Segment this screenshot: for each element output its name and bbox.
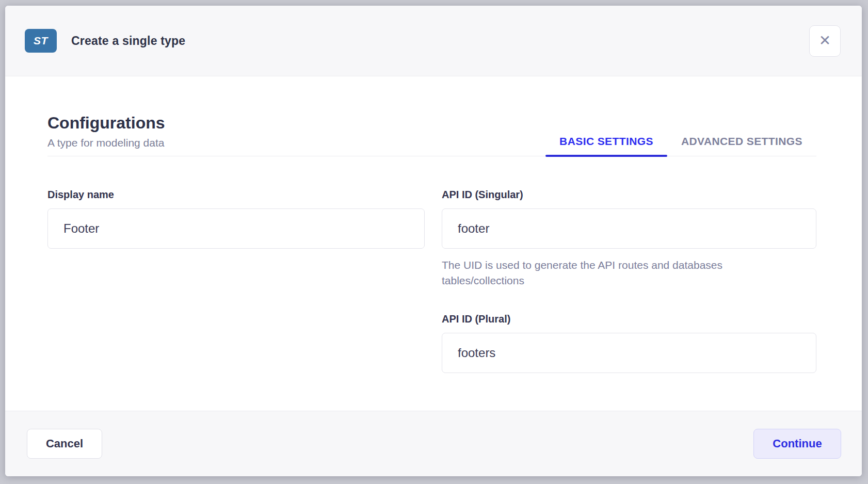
api-id-singular-group: API ID (Singular) The UID is used to gen… — [442, 189, 816, 288]
display-name-input[interactable] — [47, 208, 425, 249]
tab-advanced-settings[interactable]: ADVANCED SETTINGS — [667, 135, 816, 156]
section-heading: Configurations A type for modeling data — [47, 114, 165, 156]
api-id-plural-label: API ID (Plural) — [442, 313, 816, 325]
api-id-helper-text: The UID is used to generate the API rout… — [442, 257, 782, 288]
close-icon: ✕ — [819, 34, 831, 48]
section-subtitle: A type for modeling data — [47, 137, 165, 149]
api-id-singular-input[interactable] — [442, 208, 816, 249]
modal-header: ST Create a single type ✕ — [5, 6, 862, 76]
api-id-singular-label: API ID (Singular) — [442, 189, 816, 201]
single-type-badge-icon: ST — [25, 29, 57, 53]
display-name-group: Display name — [47, 189, 425, 249]
continue-button[interactable]: Continue — [753, 429, 841, 459]
api-id-plural-group: API ID (Plural) — [442, 313, 816, 373]
form-left-column: Display name — [47, 189, 425, 373]
tab-basic-settings[interactable]: BASIC SETTINGS — [545, 135, 667, 156]
modal-title: Create a single type — [71, 34, 185, 48]
configuration-form: Display name API ID (Singular) The UID i… — [47, 189, 816, 373]
close-button[interactable]: ✕ — [809, 25, 841, 57]
create-single-type-modal: ST Create a single type ✕ Configurations… — [5, 6, 862, 476]
section-title: Configurations — [47, 114, 165, 132]
display-name-label: Display name — [47, 189, 425, 201]
heading-row: Configurations A type for modeling data … — [47, 114, 816, 156]
settings-tabs: BASIC SETTINGS ADVANCED SETTINGS — [545, 135, 816, 156]
single-type-badge-label: ST — [34, 35, 48, 47]
modal-body: Configurations A type for modeling data … — [5, 76, 862, 411]
api-id-plural-input[interactable] — [442, 333, 816, 373]
form-right-column: API ID (Singular) The UID is used to gen… — [442, 189, 816, 373]
modal-footer: Cancel Continue — [5, 411, 862, 476]
cancel-button[interactable]: Cancel — [27, 429, 102, 459]
